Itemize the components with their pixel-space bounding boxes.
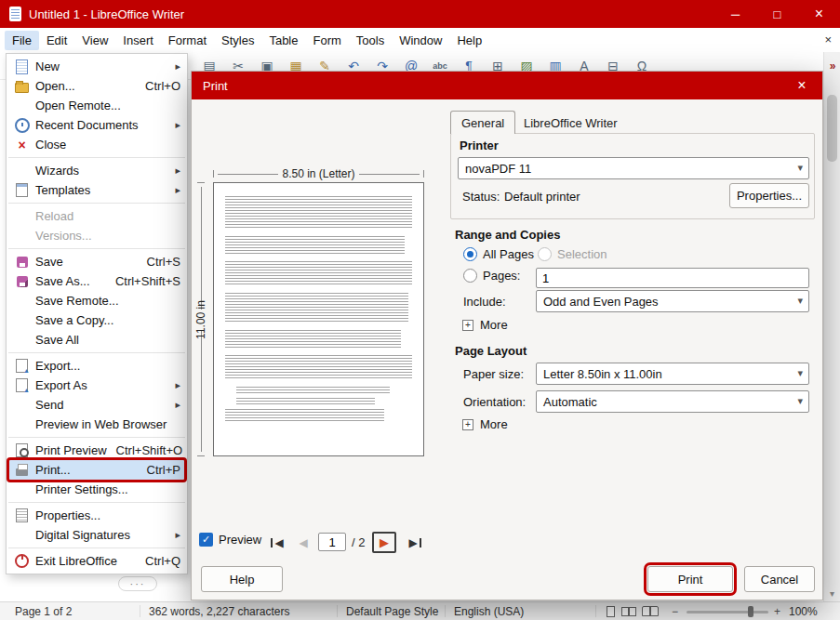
file-menu-item-reload: Reload [9,206,184,226]
file-menu-item-export[interactable]: Export... [9,356,184,376]
paper-height-caption: 11.00 in [193,182,208,456]
print-preview-icon [14,443,30,458]
file-menu-item-exit-libreoffice[interactable]: Exit LibreOfficeCtrl+Q [9,551,184,571]
menu-help[interactable]: Help [449,31,489,50]
layout-more-label: More [480,417,508,431]
chevron-down-icon: ▾ [797,395,803,407]
prev-page-button[interactable]: ◀ [292,533,314,552]
file-menu-item-new[interactable]: New▸ [9,57,184,76]
print-button[interactable]: Print [647,566,733,592]
menu-form[interactable]: Form [305,31,348,50]
dialog-close-button[interactable]: × [781,72,822,99]
file-menu-item-export-as[interactable]: Export As▸ [9,376,184,395]
file-menu-item-templates[interactable]: Templates▸ [9,180,184,200]
pages-input[interactable] [536,268,809,288]
paper-height-label: 11.00 in [194,300,207,339]
menu-edit[interactable]: Edit [39,31,74,50]
file-menu-item-save-remote[interactable]: Save Remote... [9,291,184,310]
file-menu-item-open[interactable]: Open...Ctrl+O [9,76,184,96]
zoom-out-button[interactable]: − [672,605,678,618]
menu-view[interactable]: View [74,31,115,50]
first-page-button[interactable]: ◀ [266,533,288,552]
book-view-icon[interactable] [642,606,659,616]
menu-insert[interactable]: Insert [115,31,161,50]
menu-format[interactable]: Format [161,31,214,50]
preview-toggle[interactable]: ✓ Preview [199,533,261,547]
text-language[interactable]: English (USA) [454,605,524,618]
page-count[interactable]: Page 1 of 2 [15,605,72,618]
file-menu-item-open-remote[interactable]: Open Remote... [9,96,184,115]
zoom-in-button[interactable]: + [774,605,780,618]
multi-page-view-icon[interactable] [621,607,636,616]
zoom-slider[interactable] [687,611,768,613]
range-more-expander[interactable]: + More [462,318,508,332]
zoom-slider-thumb[interactable] [748,606,753,617]
zoom-level[interactable]: 100% [789,605,818,618]
pages-option[interactable]: Pages: [463,269,520,283]
recent-documents-icon [14,118,30,133]
menu-tools[interactable]: Tools [349,31,392,50]
include-select[interactable]: Odd and Even Pages ▾ [536,290,809,312]
file-menu-item-close[interactable]: Close [9,135,184,154]
close-document-button[interactable]: × [824,33,832,46]
menu-item-shortcut: Ctrl+O [145,79,180,93]
paper-size-label: Paper size: [463,367,524,381]
file-menu-item-save-as[interactable]: Save As...Ctrl+Shift+S [9,271,184,291]
file-menu-item-preview-in-web-browser[interactable]: Preview in Web Browser [9,415,184,434]
submenu-arrow-icon: ▸ [175,184,180,196]
menu-item-label: Export As [35,378,169,392]
all-pages-radio[interactable] [463,247,477,261]
file-menu-item-print[interactable]: Print...Ctrl+P [9,460,184,480]
file-menu-item-send[interactable]: Send▸ [9,395,184,415]
next-page-button[interactable]: ▶ [372,532,396,553]
single-page-view-icon[interactable] [607,606,615,617]
file-menu-item-wizards[interactable]: Wizards▸ [9,161,184,180]
file-menu-item-print-preview[interactable]: Print PreviewCtrl+Shift+O [9,441,184,460]
file-menu-item-properties[interactable]: Properties... [9,506,184,525]
expand-plus-icon: + [462,320,473,331]
printer-status-label: Status: [462,190,500,204]
exit-icon [14,554,30,569]
file-menu-item-digital-signatures[interactable]: Digital Signatures▸ [9,525,184,545]
page-preview [213,182,424,456]
file-menu-item-save-a-copy[interactable]: Save a Copy... [9,310,184,330]
page-layout-label: Page Layout [455,344,527,358]
orientation-select-value: Automatic [543,395,597,409]
printer-select[interactable]: novaPDF 11 ▾ [458,157,809,179]
spellcheck-icon[interactable]: abc [430,61,450,71]
tab-general[interactable]: General [450,111,515,134]
menu-item-label: Preview in Web Browser [35,417,180,431]
help-button[interactable]: Help [201,566,283,592]
close-button[interactable]: × [798,0,840,28]
menu-file[interactable]: File [5,31,39,50]
cancel-button[interactable]: Cancel [744,566,815,592]
page-number-input[interactable] [318,533,346,551]
menu-styles[interactable]: Styles [214,31,261,50]
submenu-arrow-icon: ▸ [175,119,180,131]
pages-radio[interactable] [463,269,477,283]
scroll-down-arrow-icon[interactable]: ▾ [824,588,840,599]
last-page-button[interactable]: ▶ [404,533,426,552]
properties-button[interactable]: Properties... [729,183,809,208]
minimize-button[interactable]: ─ [714,0,756,28]
toolbar-overflow-dots[interactable]: ··· [118,576,157,591]
include-label: Include: [463,295,506,309]
dialog-titlebar[interactable]: Print × [192,72,822,99]
file-menu-item-save-all[interactable]: Save All [9,330,184,350]
orientation-select[interactable]: Automatic ▾ [536,390,809,413]
file-menu-item-save[interactable]: SaveCtrl+S [9,252,184,271]
tab-libreoffice-writer[interactable]: LibreOffice Writer [513,112,628,133]
layout-more-expander[interactable]: + More [462,417,508,431]
page-style[interactable]: Default Page Style [346,605,438,618]
file-menu-item-printer-settings[interactable]: Printer Settings... [9,480,184,499]
menu-table[interactable]: Table [261,31,305,50]
preview-checkbox[interactable]: ✓ [199,533,213,547]
restore-button[interactable]: □ [756,0,798,28]
paper-size-select[interactable]: Letter 8.50in x 11.00in ▾ [536,363,809,385]
word-count[interactable]: 362 words, 2,227 characters [149,605,289,618]
all-pages-option[interactable]: All Pages [463,247,534,261]
menu-window[interactable]: Window [392,31,449,50]
vertical-scrollbar-thumb[interactable] [827,95,837,162]
toolbar-overflow-chevron-icon[interactable]: » [824,59,840,73]
file-menu-item-recent-documents[interactable]: Recent Documents▸ [9,115,184,135]
